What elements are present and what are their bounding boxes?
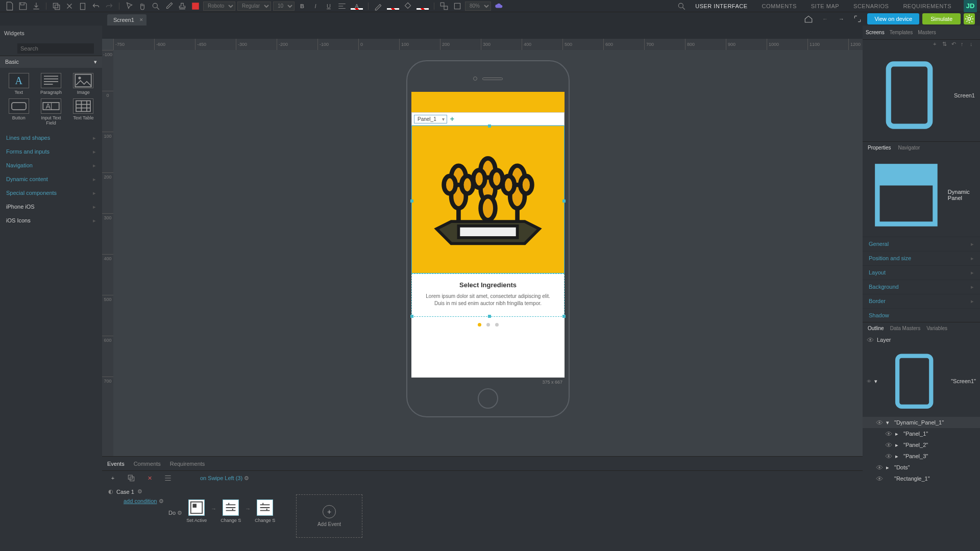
cat-ios[interactable]: iPhone iOS▸ xyxy=(0,200,102,214)
props-general[interactable]: General▸ xyxy=(863,237,980,251)
close-icon[interactable]: ✕ xyxy=(139,17,143,22)
pen-icon[interactable] xyxy=(374,2,383,11)
duplicate-icon[interactable] xyxy=(127,473,136,483)
widget-image[interactable]: Image xyxy=(69,73,98,95)
action-change-2[interactable]: Change S xyxy=(255,499,275,523)
expand-icon[interactable] xyxy=(853,14,862,23)
tab-screens[interactable]: Screens xyxy=(866,30,885,35)
list-icon[interactable] xyxy=(163,473,173,483)
search-icon[interactable] xyxy=(677,2,686,11)
cat-forms[interactable]: Forms and inputs▸ xyxy=(0,145,102,159)
tab-properties[interactable]: Properties xyxy=(868,145,891,151)
tab-requirements[interactable]: Requirements xyxy=(170,461,205,467)
cloud-icon[interactable] xyxy=(494,2,503,11)
cat-nav[interactable]: Navigation▸ xyxy=(0,159,102,172)
tab-templates[interactable]: Templates xyxy=(890,30,913,35)
tab-comments[interactable]: Comments xyxy=(134,461,161,467)
tab-outline[interactable]: Outline xyxy=(868,325,884,331)
arrange-icon[interactable] xyxy=(453,2,462,11)
widget-table[interactable]: Text Table xyxy=(69,98,98,126)
align-icon[interactable] xyxy=(337,2,347,11)
action-change-1[interactable]: Change S xyxy=(220,499,241,523)
tab-navigator[interactable]: Navigator xyxy=(898,145,920,151)
outline-rectangle[interactable]: "Rectangle_1" xyxy=(863,473,980,484)
props-layout[interactable]: Layout▸ xyxy=(863,265,980,280)
pointer-icon[interactable] xyxy=(125,2,134,11)
props-shadow[interactable]: Shadow xyxy=(863,308,980,322)
action-set-active[interactable]: Set Active xyxy=(186,499,207,523)
group-icon[interactable] xyxy=(439,2,449,11)
canvas[interactable]: -750-600-450-300-200-1000100200300400500… xyxy=(102,39,863,456)
outline-panel3[interactable]: ▸"Panel_3" xyxy=(863,450,980,462)
paste-icon[interactable] xyxy=(78,2,87,11)
outline-panel1[interactable]: ▸"Panel_1" xyxy=(863,428,980,439)
event-name[interactable]: on Swipe Left (3) ⚙ xyxy=(200,475,249,482)
cat-icons[interactable]: iOS Icons▸ xyxy=(0,214,102,228)
eye-icon[interactable] xyxy=(867,336,874,343)
new-file-icon[interactable] xyxy=(5,2,14,11)
zoom-icon[interactable] xyxy=(151,2,160,11)
simulate-button[interactable]: Simulate xyxy=(922,13,961,24)
tab-masters[interactable]: Masters xyxy=(918,30,936,35)
fill-color-icon[interactable] xyxy=(416,3,429,10)
font-family-select[interactable]: Roboto xyxy=(203,2,235,11)
cat-lines[interactable]: Lines and shapes▸ xyxy=(0,131,102,145)
download-icon[interactable] xyxy=(32,2,41,11)
tab-datamasters[interactable]: Data Masters xyxy=(890,325,920,331)
down-icon[interactable]: ↓ xyxy=(970,41,977,48)
stamp-icon[interactable] xyxy=(178,2,187,11)
zoom-select[interactable]: 80% xyxy=(465,2,491,11)
dot-2[interactable] xyxy=(486,323,490,327)
home-icon[interactable] xyxy=(804,14,813,23)
outline-panel2[interactable]: ▸"Panel_2" xyxy=(863,439,980,450)
cut-icon[interactable] xyxy=(65,2,74,11)
pdf-icon[interactable] xyxy=(191,2,200,11)
nav-ui[interactable]: USER INTERFACE xyxy=(688,3,754,9)
cat-special[interactable]: Special components▸ xyxy=(0,186,102,200)
underline-icon[interactable]: U xyxy=(324,2,333,11)
nav-comments[interactable]: COMMENTS xyxy=(755,3,804,9)
widgets-search-input[interactable] xyxy=(17,43,94,54)
widget-input[interactable]: A|Input Text Field xyxy=(36,98,65,126)
save-icon[interactable] xyxy=(18,2,28,11)
panel-dropdown[interactable]: Panel_1 xyxy=(414,115,447,123)
props-position[interactable]: Position and size▸ xyxy=(863,251,980,265)
add-panel-button[interactable]: + xyxy=(450,115,454,123)
tab-screen1[interactable]: Screen1✕ xyxy=(107,14,146,26)
view-on-device-button[interactable]: View on device xyxy=(867,13,919,24)
tab-variables[interactable]: Variables xyxy=(926,325,947,331)
outline-dynamic-panel[interactable]: ▾"Dynamic_Panel_1" xyxy=(863,417,980,428)
fill-icon[interactable] xyxy=(403,2,412,11)
add-event-button[interactable]: + Add Event xyxy=(296,494,362,538)
font-weight-select[interactable]: Regular xyxy=(237,2,271,11)
font-size-select[interactable]: 10 xyxy=(273,2,295,11)
phone-screen[interactable]: Panel_1 + xyxy=(411,92,565,378)
add-condition-link[interactable]: add condition xyxy=(124,498,157,504)
avatar[interactable]: JD xyxy=(964,0,977,13)
sort-icon[interactable]: ⇅ xyxy=(942,41,949,48)
props-background[interactable]: Background▸ xyxy=(863,280,980,294)
next-icon[interactable]: → xyxy=(837,14,846,23)
outline-screen[interactable]: ▾"Screen1" xyxy=(863,345,980,417)
cat-dynamic[interactable]: Dynamic content▸ xyxy=(0,172,102,186)
nav-sitemap[interactable]: SITE MAP xyxy=(804,3,846,9)
widget-paragraph[interactable]: Paragraph xyxy=(36,73,65,95)
hand-icon[interactable] xyxy=(138,2,147,11)
dot-3[interactable] xyxy=(495,323,499,327)
italic-icon[interactable]: I xyxy=(311,2,320,11)
props-border[interactable]: Border▸ xyxy=(863,294,980,308)
stroke-color-icon[interactable] xyxy=(387,3,399,10)
basic-category[interactable]: Basic▾ xyxy=(0,56,102,68)
undo-icon[interactable] xyxy=(91,2,101,11)
up-icon[interactable]: ↑ xyxy=(961,41,968,48)
add-icon[interactable]: + xyxy=(933,41,940,48)
eyedropper-icon[interactable] xyxy=(164,2,174,11)
tab-events[interactable]: Events xyxy=(107,461,125,467)
dot-1[interactable] xyxy=(478,323,481,327)
prev-icon[interactable]: ← xyxy=(820,14,829,23)
copy-icon[interactable] xyxy=(52,2,61,11)
dynamic-panel-selection[interactable] xyxy=(411,126,565,273)
bold-icon[interactable]: B xyxy=(298,2,307,11)
screen-item[interactable]: Screen1 xyxy=(868,52,975,138)
delete-icon[interactable]: ✕ xyxy=(145,473,154,483)
